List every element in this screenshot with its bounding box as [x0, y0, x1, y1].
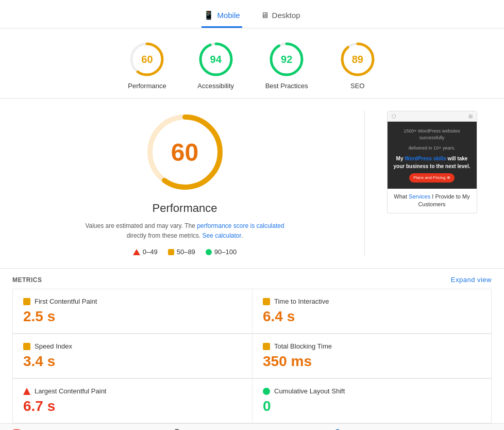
performance-description: Values are estimated and may vary. The p… [77, 221, 293, 241]
metric-si-label: Speed Index [35, 342, 72, 350]
preview-image: 1500+ WordPress websites successfully de… [388, 122, 477, 189]
score-accessibility-value: 94 [210, 54, 222, 65]
desktop-icon: 🖥 [261, 11, 269, 20]
footer-bar: 📅 Captured at Nov 20, 2022, 12:36 PM GMT… [0, 423, 504, 430]
red-triangle-icon [23, 388, 30, 395]
legend-red: 0–49 [133, 248, 158, 256]
metric-fcp-label: First Contentful Paint [35, 297, 97, 305]
metrics-section: METRICS Expand view First Contentful Pai… [0, 269, 504, 423]
services-link[interactable]: Services [409, 193, 430, 200]
main-content: 60 Performance Values are estimated and … [0, 98, 504, 269]
score-accessibility[interactable]: 94 Accessibility [197, 41, 234, 90]
metric-tti: Time to Interactive 6.4 s [252, 289, 492, 334]
tabs-bar: 📱 Mobile 🖥 Desktop [0, 0, 504, 28]
tab-desktop-label: Desktop [272, 11, 300, 20]
metric-fcp-value: 2.5 s [23, 308, 242, 325]
orange-icon [23, 343, 30, 350]
scores-row: 60 Performance 94 Accessibility 92 Best … [0, 28, 504, 98]
score-seo-label: SEO [350, 82, 364, 90]
metrics-title: METRICS [12, 276, 42, 284]
orange-icon [263, 343, 270, 350]
preview-btn: Plans and Pricing ⊕ [409, 173, 454, 183]
metrics-grid: First Contentful Paint 2.5 s Time to Int… [12, 289, 492, 423]
preview-card: ⬡ ⊞ 1500+ WordPress websites successfull… [387, 111, 477, 213]
score-seo-value: 89 [352, 54, 363, 65]
score-best-practices-value: 92 [281, 54, 292, 65]
perf-score-link[interactable]: performance score is calculated [197, 222, 284, 229]
legend-green: 90–100 [206, 248, 237, 256]
metric-lcp: Largest Contentful Paint 6.7 s [12, 378, 252, 423]
metric-si: Speed Index 3.4 s [12, 334, 252, 378]
score-best-practices[interactable]: 92 Best Practices [265, 41, 308, 90]
metric-tbt-value: 350 ms [263, 353, 481, 370]
square-icon [168, 249, 174, 255]
score-performance-label: Performance [128, 82, 166, 90]
score-best-practices-label: Best Practices [265, 82, 308, 90]
vertical-divider [364, 111, 365, 256]
orange-icon [23, 298, 30, 305]
metrics-header: METRICS Expand view [12, 269, 492, 289]
left-panel: 60 Performance Values are estimated and … [21, 111, 349, 256]
green-circle-icon [263, 388, 270, 395]
performance-title: Performance [153, 202, 217, 215]
orange-icon [263, 298, 270, 305]
tab-mobile[interactable]: 📱 Mobile [201, 6, 242, 28]
preview-card-header: ⬡ ⊞ [388, 111, 477, 122]
metric-tti-label: Time to Interactive [274, 297, 329, 305]
score-performance-value: 60 [141, 54, 153, 65]
score-seo[interactable]: 89 SEO [339, 41, 376, 90]
right-panel: ⬡ ⊞ 1500+ WordPress websites successfull… [380, 111, 483, 256]
score-accessibility-label: Accessibility [197, 82, 234, 90]
metric-tti-value: 6.4 s [263, 308, 481, 325]
preview-caption: What Services I Provide to My Customers [388, 189, 477, 213]
metric-tbt-label: Total Blocking Time [274, 342, 332, 350]
legend-orange: 50–89 [168, 248, 195, 256]
metric-fcp: First Contentful Paint 2.5 s [12, 289, 252, 334]
metric-lcp-label: Largest Contentful Paint [35, 387, 106, 395]
metric-tbt: Total Blocking Time 350 ms [252, 334, 492, 378]
metric-lcp-value: 6.7 s [23, 398, 242, 415]
metric-cls: Cumulative Layout Shift 0 [252, 378, 492, 423]
calculator-link[interactable]: See calculator [202, 232, 241, 239]
big-score-circle: 60 [144, 111, 226, 193]
metric-si-value: 3.4 s [23, 353, 242, 370]
circle-icon [206, 249, 212, 255]
triangle-icon [133, 249, 140, 255]
tab-desktop[interactable]: 🖥 Desktop [259, 7, 303, 28]
metric-cls-value: 0 [263, 398, 481, 415]
legend: 0–49 50–89 90–100 [133, 248, 237, 256]
metric-cls-label: Cumulative Layout Shift [274, 387, 345, 395]
tab-mobile-label: Mobile [217, 11, 240, 20]
score-performance[interactable]: 60 Performance [128, 41, 166, 90]
big-score-value: 60 [171, 138, 198, 167]
mobile-icon: 📱 [204, 10, 214, 20]
expand-view-button[interactable]: Expand view [451, 276, 492, 284]
